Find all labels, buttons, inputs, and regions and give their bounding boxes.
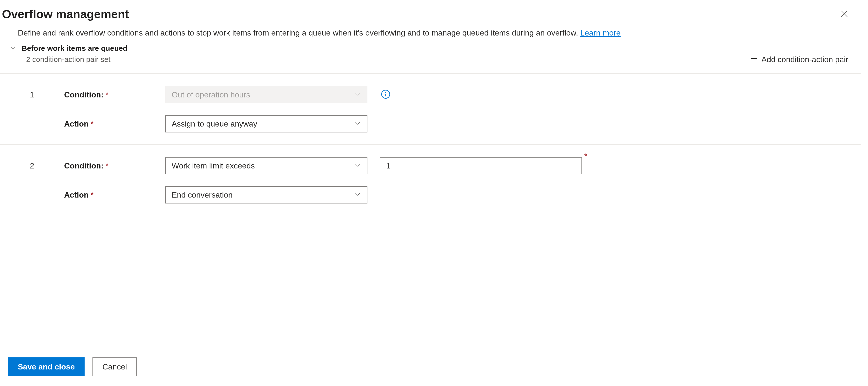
condition-label: Condition:* xyxy=(64,161,165,171)
action-dropdown[interactable]: End conversation xyxy=(165,186,367,204)
close-button[interactable] xyxy=(838,7,851,21)
svg-point-6 xyxy=(385,92,386,93)
required-marker: * xyxy=(91,190,94,199)
condition-dropdown-value: Out of operation hours xyxy=(172,90,250,99)
condition-label: Condition:* xyxy=(64,90,165,99)
action-label: Action* xyxy=(64,119,165,128)
save-and-close-button[interactable]: Save and close xyxy=(8,357,85,376)
chevron-down-icon xyxy=(354,119,361,128)
action-dropdown[interactable]: Assign to queue anyway xyxy=(165,115,367,132)
chevron-down-icon xyxy=(354,161,361,171)
chevron-down-icon xyxy=(10,44,17,52)
close-icon xyxy=(840,15,849,19)
page-title: Overflow management xyxy=(2,7,129,21)
cancel-button[interactable]: Cancel xyxy=(92,357,137,376)
chevron-down-icon xyxy=(354,90,361,99)
condition-dropdown[interactable]: Work item limit exceeds xyxy=(165,157,367,174)
footer-actions: Save and close Cancel xyxy=(8,357,137,376)
learn-more-link[interactable]: Learn more xyxy=(580,28,621,37)
required-marker: * xyxy=(584,152,587,161)
condition-action-pair: 1 Condition:* Out of operation hours Act… xyxy=(0,73,861,144)
action-dropdown-value: End conversation xyxy=(172,190,232,200)
required-marker: * xyxy=(105,161,108,170)
condition-dropdown-value: Work item limit exceeds xyxy=(172,161,255,171)
action-dropdown-value: Assign to queue anyway xyxy=(172,119,257,128)
page-description: Define and rank overflow conditions and … xyxy=(0,27,861,39)
section-subtitle: 2 condition-action pair set xyxy=(26,55,111,64)
description-text: Define and rank overflow conditions and … xyxy=(18,28,580,37)
condition-action-pair: 2 Condition:* Work item limit exceeds * … xyxy=(0,144,861,215)
required-marker: * xyxy=(91,119,94,128)
section-collapse-toggle[interactable] xyxy=(10,44,17,52)
add-condition-action-pair-button[interactable]: Add condition-action pair xyxy=(750,53,848,66)
pair-index: 1 xyxy=(0,90,64,99)
add-pair-label: Add condition-action pair xyxy=(762,55,848,64)
section-title: Before work items are queued xyxy=(22,44,127,53)
condition-dropdown: Out of operation hours xyxy=(165,86,367,103)
plus-icon xyxy=(750,55,758,64)
info-icon xyxy=(381,89,391,100)
chevron-down-icon xyxy=(354,190,361,200)
condition-info-button[interactable] xyxy=(381,89,391,100)
required-marker: * xyxy=(105,90,108,99)
action-label: Action* xyxy=(64,190,165,200)
pair-index: 2 xyxy=(0,161,64,171)
work-item-limit-input[interactable] xyxy=(380,157,582,174)
